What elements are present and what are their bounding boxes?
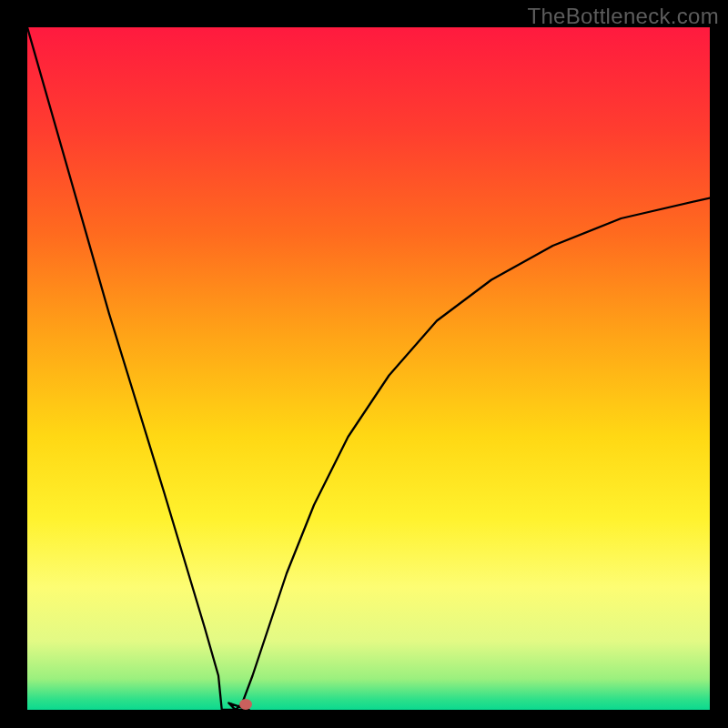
marker-dot <box>239 699 252 710</box>
chart-frame: TheBottleneck.com <box>0 0 728 728</box>
plot-area <box>27 27 710 710</box>
gradient-background <box>27 27 710 710</box>
watermark-text: TheBottleneck.com <box>527 4 719 29</box>
bottleneck-chart-svg <box>27 27 710 710</box>
